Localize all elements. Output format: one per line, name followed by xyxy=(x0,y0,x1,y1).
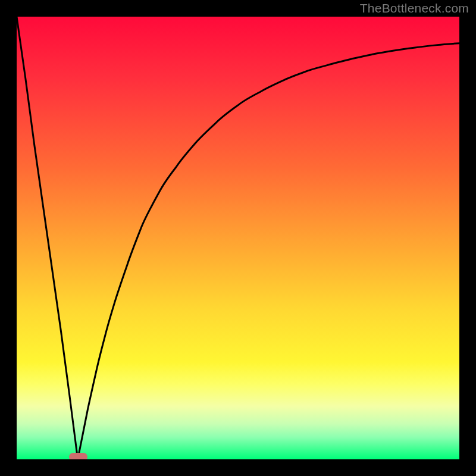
watermark-text: TheBottleneck.com xyxy=(360,1,469,15)
plot-area xyxy=(17,17,459,459)
bottleneck-curve xyxy=(17,17,459,459)
chart-frame: TheBottleneck.com xyxy=(0,0,476,476)
optimal-marker xyxy=(69,453,87,460)
curve-svg xyxy=(17,17,459,459)
